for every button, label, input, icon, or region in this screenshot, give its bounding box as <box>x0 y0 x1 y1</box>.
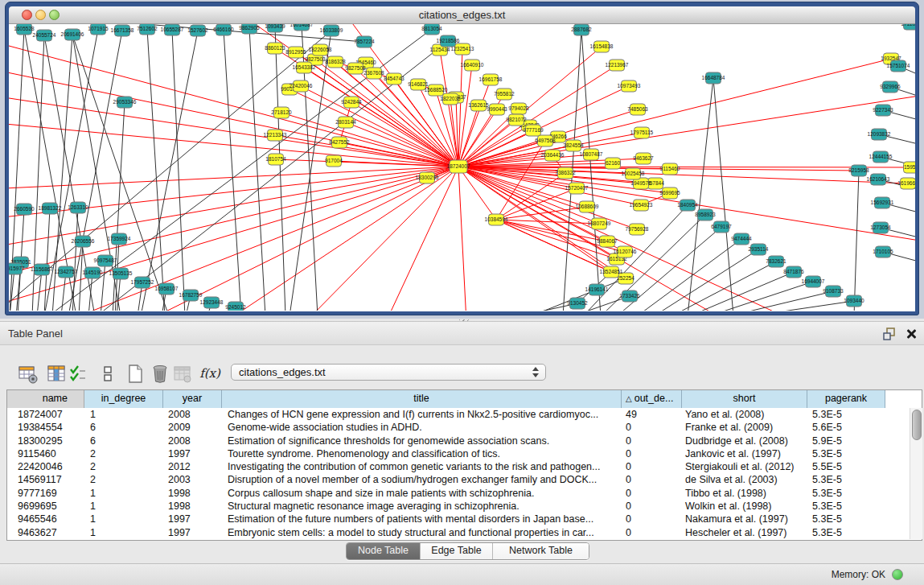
import-table-disabled-icon <box>172 363 193 385</box>
table-cell: 5.3E-5 <box>807 487 885 500</box>
graph-node-label: 16944007 <box>802 278 825 284</box>
table-cell: 49 <box>622 408 682 421</box>
table-cell: Tourette syndrome. Phenomenology and cla… <box>222 447 622 460</box>
select-attributes-icon[interactable] <box>68 363 88 385</box>
graph-node-label: 1710105 <box>873 249 893 254</box>
graph-node-label: 18981322 <box>39 205 62 211</box>
tab-edge-table[interactable]: Edge Table <box>421 543 493 559</box>
table-row[interactable]: 1938455462009Genome-wide association stu… <box>7 421 922 434</box>
table-cell: Yano et al. (2008) <box>682 408 807 421</box>
table-cell: Stergiakouli et al. (2012) <box>682 460 807 473</box>
table-select-dropdown[interactable]: citations_edges.txt <box>231 364 546 381</box>
graph-node-label: 8471876 <box>783 269 804 274</box>
table-row[interactable]: 2242004622012Investigating the contribut… <box>7 460 922 473</box>
table-row[interactable]: 1830029562008Estimation of significance … <box>7 435 922 447</box>
network-window-titlebar[interactable]: citations_edges.txt <box>9 6 915 24</box>
graph-node-label: 18807249 <box>588 220 611 226</box>
column-header-short[interactable]: short <box>682 390 807 408</box>
table-cell: 1997 <box>163 447 222 460</box>
table-cell: 5.3E-5 <box>807 500 885 513</box>
table-cell: 0 <box>622 526 682 539</box>
table-cell: Estimation of the future numbers of pati… <box>222 513 622 525</box>
table-cell: 2003 <box>163 473 222 486</box>
graph-node-label: 17975115 <box>630 130 654 135</box>
table-row[interactable]: 1456911722003Disruption of a novel membe… <box>7 473 922 486</box>
table-panel-header: Table Panel <box>0 321 924 345</box>
table-cell: 0 <box>622 435 682 447</box>
graph-node-label: 6497568 <box>535 138 556 143</box>
float-window-icon[interactable] <box>883 328 897 340</box>
graph-node-label: 1093439 <box>265 24 285 29</box>
table-row[interactable]: 1872400712008Changes of HCN gene express… <box>7 408 922 421</box>
graph-node-label: 9821072 <box>506 117 527 122</box>
graph-node-label: 7832621 <box>766 258 786 264</box>
graph-node-label: 16671358 <box>111 27 134 33</box>
table-cell: Tibbo et al. (1998) <box>682 487 807 500</box>
table-cell: 2008 <box>163 435 222 447</box>
graph-node-label: 22420046 <box>290 83 313 89</box>
function-builder-icon[interactable]: f(x) <box>198 363 222 385</box>
table-cell: Corpus callosum shape and size in male p… <box>222 487 622 500</box>
graph-node-label: 1949576 <box>630 180 651 186</box>
table-cell: Estimation of significance thresholds fo… <box>222 435 622 447</box>
column-header-name[interactable]: name <box>7 390 84 408</box>
table-cell: Structural magnetic resonance image aver… <box>222 500 622 513</box>
network-canvas[interactable]: 1595862160252254746266917004957844990168… <box>9 24 915 311</box>
graph-node-label: 8186328 <box>325 59 346 64</box>
tab-node-table[interactable]: Node Table <box>347 543 421 559</box>
close-icon[interactable] <box>906 328 917 340</box>
graph-node-label: 8958923 <box>695 212 716 217</box>
graph-node-label: 10655287 <box>161 27 184 32</box>
graph-node-label: 2803144 <box>335 119 356 125</box>
row-options-icon[interactable] <box>97 363 118 385</box>
table-cell: Disruption of a novel member of a sodium… <box>222 473 622 486</box>
new-table-icon[interactable] <box>125 363 146 385</box>
table-row[interactable]: 977716911998Corpus callosum shape and si… <box>7 487 922 500</box>
graph-node-label: 1273054 <box>870 225 891 230</box>
graph-node-label: 8860123 <box>265 45 285 51</box>
graph-node-label: 252254 <box>617 275 634 281</box>
tab-network-table[interactable]: Network Table <box>493 543 589 559</box>
graph-node-label: 8912955 <box>285 49 306 55</box>
table-cell: Embryonic stem cells: a model to study s… <box>222 526 622 539</box>
graph-node-label: 18226058 <box>309 47 332 52</box>
table-settings-icon[interactable] <box>18 363 39 385</box>
table-cell: 5.3E-5 <box>807 526 885 539</box>
table-cell: 18724007 <box>7 408 84 421</box>
graph-node-label: 13524851 <box>600 269 623 274</box>
citation-network-graph[interactable]: 1595862160252254746266917004957844990168… <box>9 24 915 311</box>
graph-node-label: 12342757 <box>55 269 78 274</box>
column-header-year[interactable]: year <box>163 390 222 408</box>
graph-node-label: 6466160 <box>213 27 234 32</box>
graph-node-label: 20364436 <box>541 152 565 158</box>
graph-node-label: 14196141 <box>585 286 609 292</box>
graph-node-label: 7512602 <box>137 26 158 31</box>
column-header-out-degree[interactable]: △out_de... <box>622 390 682 408</box>
network-window[interactable]: citations_edges.txt 15958621602522547462… <box>5 2 919 315</box>
column-header-in-degree[interactable]: in_degree <box>84 390 163 408</box>
table-row[interactable]: 911546021997Tourette syndrome. Phenomeno… <box>7 447 922 460</box>
graph-node-label: 12213967 <box>606 62 629 68</box>
table-scrollbar-thumb[interactable] <box>912 410 922 440</box>
graph-node-label: 16640910 <box>461 62 484 68</box>
table-row[interactable]: 969969511998Structural magnetic resonanc… <box>7 500 922 513</box>
dropdown-arrows-icon <box>532 367 539 378</box>
show-column-icon[interactable] <box>46 363 67 385</box>
graph-node-label: 1822035 <box>440 96 461 101</box>
table-row[interactable]: 946554611997Estimation of the future num… <box>7 513 922 525</box>
table-cell: 1998 <box>163 500 222 513</box>
memory-status-icon[interactable] <box>892 569 903 580</box>
graph-node-label: 16154838 <box>590 43 614 49</box>
table-scrollbar[interactable] <box>910 408 922 539</box>
table-cell: 5.5E-5 <box>807 460 885 473</box>
graph-node-label: 2367608 <box>363 70 384 76</box>
graph-node-label: 16014687 <box>290 24 314 27</box>
column-header-title[interactable]: title <box>222 390 622 408</box>
table-cell: Investigating the contribution of common… <box>222 460 622 473</box>
column-header-pagerank[interactable]: pagerank <box>807 390 885 408</box>
graph-node-label: 15751074 <box>887 63 910 68</box>
graph-node-label: 62160 <box>606 160 620 166</box>
delete-table-icon[interactable] <box>150 363 170 385</box>
table-row[interactable]: 946362711997Embryonic stem cells: a mode… <box>7 526 922 539</box>
graph-node-label: 79756928 <box>626 226 649 232</box>
